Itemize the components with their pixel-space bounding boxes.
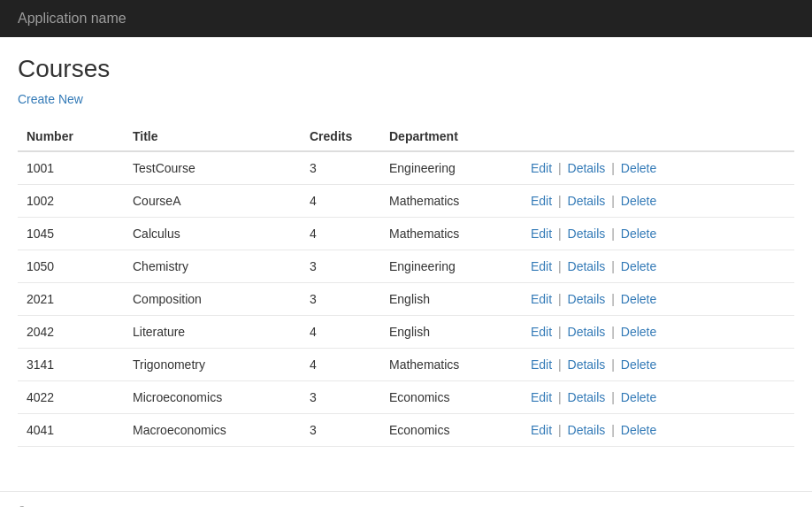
details-link[interactable]: Details [568,227,606,241]
table-row: 1050Chemistry3EngineeringEdit | Details … [18,250,794,283]
table-row: 1045Calculus4MathematicsEdit | Details |… [18,218,794,250]
cell-credits: 3 [301,151,380,185]
edit-link[interactable]: Edit [531,390,552,404]
cell-actions: Edit | Details | Delete [522,349,794,381]
details-link[interactable]: Details [568,390,606,404]
edit-link[interactable]: Edit [531,194,552,208]
cell-department: Economics [380,414,522,447]
cell-department: Engineering [380,250,522,283]
footer: © 2017 - My ASP.NET Application [0,491,812,507]
cell-title: Calculus [124,218,301,250]
cell-number: 4041 [18,414,124,447]
cell-number: 1002 [18,185,124,218]
cell-actions: Edit | Details | Delete [522,185,794,218]
details-link[interactable]: Details [568,423,606,437]
cell-credits: 4 [301,316,380,349]
details-link[interactable]: Details [568,325,606,339]
cell-actions: Edit | Details | Delete [522,414,794,447]
delete-link[interactable]: Delete [621,423,656,437]
sep1: | [555,194,564,208]
create-new-link[interactable]: Create New [18,92,83,106]
courses-table: Number Title Credits Department 1001Test… [18,122,794,447]
cell-title: Literature [124,316,301,349]
sep2: | [608,357,617,372]
edit-link[interactable]: Edit [531,227,552,241]
col-header-title: Title [124,122,301,151]
cell-title: Trigonometry [124,349,301,381]
cell-number: 2021 [18,283,124,316]
delete-link[interactable]: Delete [621,259,656,273]
edit-link[interactable]: Edit [531,325,552,339]
sep1: | [555,423,564,437]
cell-number: 3141 [18,349,124,381]
edit-link[interactable]: Edit [531,161,552,175]
table-row: 2042Literature4EnglishEdit | Details | D… [18,316,794,349]
cell-department: Mathematics [380,185,522,218]
main-content: Courses Create New Number Title Credits … [0,37,812,482]
details-link[interactable]: Details [568,161,606,175]
cell-credits: 4 [301,185,380,218]
cell-department: English [380,283,522,316]
sep1: | [555,292,564,306]
details-link[interactable]: Details [568,357,606,372]
cell-number: 1001 [18,151,124,185]
details-link[interactable]: Details [568,292,606,306]
cell-number: 1050 [18,250,124,283]
delete-link[interactable]: Delete [621,390,656,404]
cell-credits: 3 [301,414,380,447]
cell-title: Chemistry [124,250,301,283]
table-row: 4022Microeconomics3EconomicsEdit | Detai… [18,381,794,414]
sep2: | [608,390,617,404]
table-header: Number Title Credits Department [18,122,794,151]
table-body: 1001TestCourse3EngineeringEdit | Details… [18,151,794,447]
app-name[interactable]: Application name [18,11,126,26]
delete-link[interactable]: Delete [621,194,656,208]
edit-link[interactable]: Edit [531,357,552,372]
cell-credits: 3 [301,283,380,316]
delete-link[interactable]: Delete [621,292,656,306]
cell-number: 2042 [18,316,124,349]
table-row: 3141Trigonometry4MathematicsEdit | Detai… [18,349,794,381]
cell-credits: 4 [301,349,380,381]
page-title: Courses [18,55,794,83]
navbar: Application name [0,0,812,37]
cell-title: TestCourse [124,151,301,185]
sep2: | [608,292,617,306]
details-link[interactable]: Details [568,194,606,208]
sep2: | [608,161,617,175]
cell-credits: 3 [301,381,380,414]
delete-link[interactable]: Delete [621,161,656,175]
cell-actions: Edit | Details | Delete [522,218,794,250]
sep1: | [555,259,564,273]
col-header-actions [522,122,794,151]
cell-actions: Edit | Details | Delete [522,316,794,349]
cell-credits: 3 [301,250,380,283]
details-link[interactable]: Details [568,259,606,273]
edit-link[interactable]: Edit [531,259,552,273]
sep1: | [555,390,564,404]
cell-actions: Edit | Details | Delete [522,283,794,316]
sep1: | [555,227,564,241]
delete-link[interactable]: Delete [621,325,656,339]
sep2: | [608,194,617,208]
sep2: | [608,259,617,273]
table-row: 2021Composition3EnglishEdit | Details | … [18,283,794,316]
cell-actions: Edit | Details | Delete [522,250,794,283]
cell-department: Engineering [380,151,522,185]
col-header-credits: Credits [301,122,380,151]
col-header-dept: Department [380,122,522,151]
cell-credits: 4 [301,218,380,250]
sep2: | [608,325,617,339]
cell-number: 1045 [18,218,124,250]
table-row: 1002CourseA4MathematicsEdit | Details | … [18,185,794,218]
cell-actions: Edit | Details | Delete [522,151,794,185]
delete-link[interactable]: Delete [621,357,656,372]
sep2: | [608,423,617,437]
cell-actions: Edit | Details | Delete [522,381,794,414]
edit-link[interactable]: Edit [531,423,552,437]
cell-department: Mathematics [380,218,522,250]
delete-link[interactable]: Delete [621,227,656,241]
sep1: | [555,325,564,339]
sep1: | [555,161,564,175]
edit-link[interactable]: Edit [531,292,552,306]
